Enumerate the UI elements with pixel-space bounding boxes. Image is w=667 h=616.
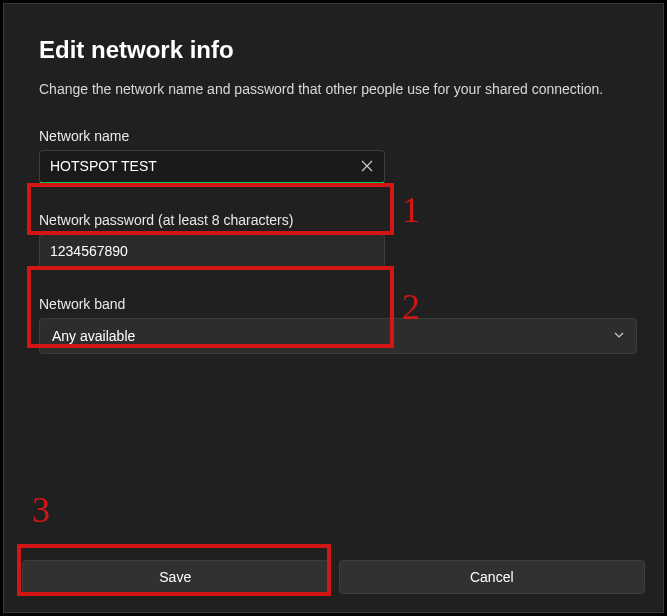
close-icon bbox=[361, 160, 373, 175]
network-band-label: Network band bbox=[39, 296, 628, 312]
dialog-subtitle: Change the network name and password tha… bbox=[39, 80, 628, 100]
network-password-input[interactable] bbox=[39, 234, 385, 268]
annotation-number-3: 3 bbox=[32, 489, 50, 531]
network-name-label: Network name bbox=[39, 128, 628, 144]
network-band-value: Any available bbox=[52, 328, 135, 344]
save-button[interactable]: Save bbox=[22, 560, 329, 594]
cancel-button[interactable]: Cancel bbox=[339, 560, 646, 594]
network-band-select[interactable]: Any available bbox=[39, 318, 637, 354]
dialog-title: Edit network info bbox=[39, 36, 628, 64]
edit-network-info-dialog: Edit network info Change the network nam… bbox=[3, 3, 664, 613]
network-password-label: Network password (at least 8 characters) bbox=[39, 212, 628, 228]
network-name-input[interactable] bbox=[39, 150, 385, 184]
clear-name-button[interactable] bbox=[355, 156, 379, 180]
